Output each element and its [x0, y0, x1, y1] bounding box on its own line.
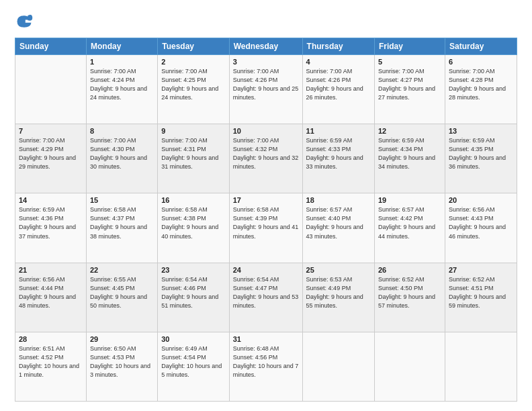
- cell-content: Sunrise: 6:52 AMSunset: 4:50 PMDaylight:…: [378, 275, 441, 310]
- cell-content: Sunrise: 6:52 AMSunset: 4:51 PMDaylight:…: [449, 275, 513, 310]
- calendar-cell: 31Sunrise: 6:48 AMSunset: 4:56 PMDayligh…: [229, 332, 302, 401]
- cell-content: Sunrise: 6:51 AMSunset: 4:52 PMDaylight:…: [19, 345, 83, 379]
- day-number: 14: [19, 196, 83, 204]
- day-number: 30: [161, 335, 226, 343]
- cell-content: Sunrise: 7:00 AMSunset: 4:32 PMDaylight:…: [233, 136, 299, 171]
- day-number: 22: [90, 266, 154, 274]
- calendar-cell: 27Sunrise: 6:52 AMSunset: 4:51 PMDayligh…: [445, 263, 517, 332]
- calendar-cell: 13Sunrise: 6:59 AMSunset: 4:35 PMDayligh…: [445, 124, 517, 193]
- calendar-cell: [374, 332, 445, 401]
- day-number: 11: [306, 127, 371, 135]
- calendar-cell: 24Sunrise: 6:54 AMSunset: 4:47 PMDayligh…: [229, 263, 302, 332]
- cell-content: Sunrise: 6:56 AMSunset: 4:44 PMDaylight:…: [19, 275, 83, 310]
- day-number: 16: [161, 196, 226, 204]
- calendar-cell: 20Sunrise: 6:56 AMSunset: 4:43 PMDayligh…: [445, 193, 517, 263]
- calendar-cell: 14Sunrise: 6:59 AMSunset: 4:36 PMDayligh…: [15, 193, 87, 263]
- day-number: 26: [378, 266, 441, 274]
- day-number: 5: [378, 58, 441, 66]
- day-number: 2: [161, 58, 226, 66]
- header: [15, 12, 517, 31]
- calendar-cell: 9Sunrise: 7:00 AMSunset: 4:31 PMDaylight…: [158, 124, 230, 193]
- day-number: 27: [449, 266, 513, 274]
- cell-content: Sunrise: 6:59 AMSunset: 4:34 PMDaylight:…: [378, 136, 441, 171]
- calendar-cell: 7Sunrise: 7:00 AMSunset: 4:29 PMDaylight…: [15, 124, 87, 193]
- cell-content: Sunrise: 6:53 AMSunset: 4:49 PMDaylight:…: [306, 275, 371, 310]
- calendar-week-1: 7Sunrise: 7:00 AMSunset: 4:29 PMDaylight…: [15, 124, 517, 193]
- cell-content: Sunrise: 7:00 AMSunset: 4:31 PMDaylight:…: [161, 136, 226, 171]
- logo: [15, 12, 36, 31]
- cell-content: Sunrise: 7:00 AMSunset: 4:30 PMDaylight:…: [90, 136, 154, 171]
- day-number: 10: [233, 127, 299, 135]
- cell-content: Sunrise: 7:00 AMSunset: 4:26 PMDaylight:…: [233, 67, 299, 102]
- day-number: 6: [449, 58, 513, 66]
- cell-content: Sunrise: 6:48 AMSunset: 4:56 PMDaylight:…: [233, 345, 299, 379]
- cell-content: Sunrise: 7:00 AMSunset: 4:25 PMDaylight:…: [161, 67, 226, 102]
- weekday-header-tuesday: Tuesday: [158, 38, 230, 55]
- day-number: 7: [19, 127, 83, 135]
- cell-content: Sunrise: 6:57 AMSunset: 4:42 PMDaylight:…: [378, 205, 441, 240]
- calendar-cell: [15, 55, 87, 124]
- calendar-header: SundayMondayTuesdayWednesdayThursdayFrid…: [15, 38, 517, 55]
- calendar-cell: 17Sunrise: 6:58 AMSunset: 4:39 PMDayligh…: [229, 193, 302, 263]
- cell-content: Sunrise: 6:50 AMSunset: 4:53 PMDaylight:…: [90, 345, 154, 379]
- calendar-table: SundayMondayTuesdayWednesdayThursdayFrid…: [15, 38, 517, 402]
- cell-content: Sunrise: 6:59 AMSunset: 4:36 PMDaylight:…: [19, 205, 83, 240]
- day-number: 19: [378, 196, 441, 204]
- calendar-cell: 18Sunrise: 6:57 AMSunset: 4:40 PMDayligh…: [302, 193, 374, 263]
- cell-content: Sunrise: 6:58 AMSunset: 4:38 PMDaylight:…: [161, 205, 226, 240]
- cell-content: Sunrise: 7:00 AMSunset: 4:26 PMDaylight:…: [306, 67, 371, 102]
- weekday-header-thursday: Thursday: [302, 38, 374, 55]
- day-number: 12: [378, 127, 441, 135]
- calendar-cell: 11Sunrise: 6:59 AMSunset: 4:33 PMDayligh…: [302, 124, 374, 193]
- weekday-header-monday: Monday: [86, 38, 157, 55]
- cell-content: Sunrise: 7:00 AMSunset: 4:24 PMDaylight:…: [90, 67, 154, 102]
- calendar-cell: 21Sunrise: 6:56 AMSunset: 4:44 PMDayligh…: [15, 263, 87, 332]
- cell-content: Sunrise: 6:55 AMSunset: 4:45 PMDaylight:…: [90, 275, 154, 310]
- calendar-cell: 16Sunrise: 6:58 AMSunset: 4:38 PMDayligh…: [158, 193, 230, 263]
- day-number: 23: [161, 266, 226, 274]
- day-number: 8: [90, 127, 154, 135]
- calendar-cell: 23Sunrise: 6:54 AMSunset: 4:46 PMDayligh…: [158, 263, 230, 332]
- calendar-cell: 3Sunrise: 7:00 AMSunset: 4:26 PMDaylight…: [229, 55, 302, 124]
- cell-content: Sunrise: 6:58 AMSunset: 4:37 PMDaylight:…: [90, 205, 154, 240]
- cell-content: Sunrise: 6:57 AMSunset: 4:40 PMDaylight:…: [306, 205, 371, 240]
- calendar-cell: 4Sunrise: 7:00 AMSunset: 4:26 PMDaylight…: [302, 55, 374, 124]
- day-number: 15: [90, 196, 154, 204]
- day-number: 18: [306, 196, 371, 204]
- calendar-cell: 15Sunrise: 6:58 AMSunset: 4:37 PMDayligh…: [86, 193, 157, 263]
- calendar-cell: 12Sunrise: 6:59 AMSunset: 4:34 PMDayligh…: [374, 124, 445, 193]
- calendar-cell: 6Sunrise: 7:00 AMSunset: 4:28 PMDaylight…: [445, 55, 517, 124]
- weekday-header-wednesday: Wednesday: [229, 38, 302, 55]
- day-number: 20: [449, 196, 513, 204]
- cell-content: Sunrise: 6:59 AMSunset: 4:35 PMDaylight:…: [449, 136, 513, 171]
- calendar-week-4: 28Sunrise: 6:51 AMSunset: 4:52 PMDayligh…: [15, 332, 517, 401]
- calendar-cell: [445, 332, 517, 401]
- day-number: 21: [19, 266, 83, 274]
- cell-content: Sunrise: 6:56 AMSunset: 4:43 PMDaylight:…: [449, 205, 513, 240]
- cell-content: Sunrise: 7:00 AMSunset: 4:27 PMDaylight:…: [378, 67, 441, 102]
- calendar-week-0: 1Sunrise: 7:00 AMSunset: 4:24 PMDaylight…: [15, 55, 517, 124]
- day-number: 28: [19, 335, 83, 343]
- day-number: 17: [233, 196, 299, 204]
- calendar-cell: 5Sunrise: 7:00 AMSunset: 4:27 PMDaylight…: [374, 55, 445, 124]
- day-number: 3: [233, 58, 299, 66]
- calendar-cell: 10Sunrise: 7:00 AMSunset: 4:32 PMDayligh…: [229, 124, 302, 193]
- calendar-cell: 22Sunrise: 6:55 AMSunset: 4:45 PMDayligh…: [86, 263, 157, 332]
- calendar-cell: 25Sunrise: 6:53 AMSunset: 4:49 PMDayligh…: [302, 263, 374, 332]
- weekday-header-friday: Friday: [374, 38, 445, 55]
- cell-content: Sunrise: 6:54 AMSunset: 4:46 PMDaylight:…: [161, 275, 226, 310]
- calendar-cell: 1Sunrise: 7:00 AMSunset: 4:24 PMDaylight…: [86, 55, 157, 124]
- calendar-cell: 2Sunrise: 7:00 AMSunset: 4:25 PMDaylight…: [158, 55, 230, 124]
- cell-content: Sunrise: 6:49 AMSunset: 4:54 PMDaylight:…: [161, 345, 226, 379]
- calendar-cell: 30Sunrise: 6:49 AMSunset: 4:54 PMDayligh…: [158, 332, 230, 401]
- weekday-row: SundayMondayTuesdayWednesdayThursdayFrid…: [15, 38, 517, 55]
- calendar-week-2: 14Sunrise: 6:59 AMSunset: 4:36 PMDayligh…: [15, 193, 517, 263]
- cell-content: Sunrise: 6:54 AMSunset: 4:47 PMDaylight:…: [233, 275, 299, 310]
- calendar-body: 1Sunrise: 7:00 AMSunset: 4:24 PMDaylight…: [15, 55, 517, 402]
- calendar-week-3: 21Sunrise: 6:56 AMSunset: 4:44 PMDayligh…: [15, 263, 517, 332]
- day-number: 29: [90, 335, 154, 343]
- day-number: 31: [233, 335, 299, 343]
- calendar-cell: 8Sunrise: 7:00 AMSunset: 4:30 PMDaylight…: [86, 124, 157, 193]
- day-number: 9: [161, 127, 226, 135]
- day-number: 4: [306, 58, 371, 66]
